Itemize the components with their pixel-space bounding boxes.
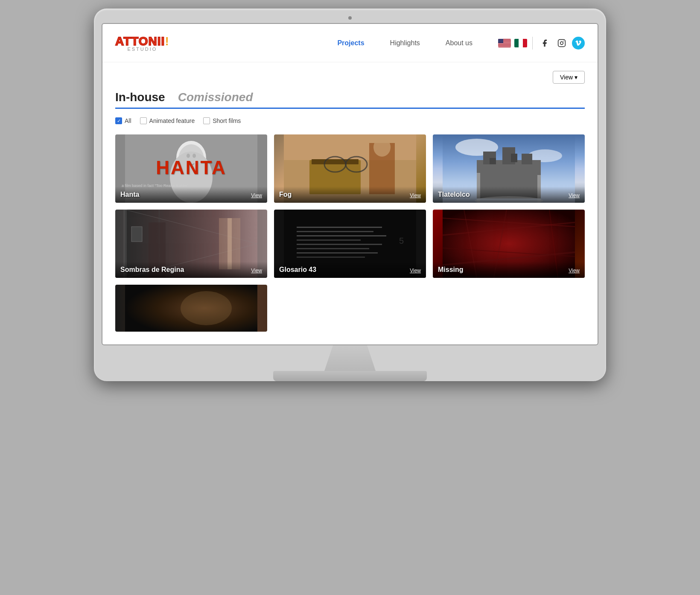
svg-rect-26	[511, 154, 517, 162]
svg-point-58	[181, 291, 232, 325]
svg-rect-43	[297, 239, 361, 241]
svg-rect-42	[297, 235, 386, 236]
card-tlatelolco[interactable]: Tlatelolco View	[433, 134, 585, 203]
filters: ✓ All Animated feature Short films	[115, 117, 585, 124]
flag-us[interactable]	[498, 39, 511, 47]
hanta-view-link[interactable]: View	[251, 192, 262, 198]
svg-rect-0	[558, 39, 566, 47]
missing-card-title: Missing	[438, 266, 464, 274]
svg-point-17	[373, 138, 391, 157]
filter-animated[interactable]: Animated feature	[140, 117, 195, 124]
tab-inhouse[interactable]: In-house	[115, 90, 165, 109]
sombras-overlay: Sombras de Regina View	[115, 262, 267, 278]
checkbox-short[interactable]	[203, 117, 210, 124]
svg-rect-24	[522, 154, 532, 164]
monitor-neck	[307, 345, 393, 371]
svg-rect-38	[131, 227, 142, 242]
glosario-view-link[interactable]: View	[410, 268, 421, 274]
view-button[interactable]: View ▾	[553, 71, 585, 84]
svg-rect-47	[297, 257, 365, 258]
fog-view-link[interactable]: View	[410, 192, 421, 198]
logo[interactable]: ATTONII! ESTUDIO	[115, 35, 169, 52]
unknown-illustration	[115, 285, 267, 332]
monitor-dot	[348, 16, 352, 20]
main-content: View ▾ In-house Comissioned ✓ All Animat…	[102, 62, 598, 344]
filter-animated-label: Animated feature	[149, 117, 195, 124]
card-unknown[interactable]	[115, 285, 267, 332]
card-fog[interactable]: Fog View	[274, 134, 426, 203]
nav-highlights[interactable]: Highlights	[390, 39, 420, 47]
svg-rect-45	[297, 248, 369, 249]
missing-view-link[interactable]: View	[569, 268, 580, 274]
svg-rect-41	[297, 231, 373, 232]
glosario-card-title: Glosario 43	[279, 266, 316, 274]
sombras-view-link[interactable]: View	[251, 268, 262, 274]
monitor-stand	[102, 345, 598, 381]
fog-overlay: Fog View	[274, 187, 426, 203]
tab-comissioned[interactable]: Comissioned	[178, 90, 253, 108]
svg-rect-40	[297, 227, 382, 228]
facebook-icon[interactable]	[538, 36, 551, 50]
hanta-card-title: Hanta	[120, 191, 139, 198]
tabs: In-house Comissioned	[115, 90, 585, 109]
monitor-screen: ATTONII! ESTUDIO Projects Highlights Abo…	[102, 23, 598, 345]
checkbox-all[interactable]: ✓	[115, 117, 122, 124]
svg-rect-12	[312, 159, 359, 164]
view-button-row: View ▾	[115, 71, 585, 84]
projects-grid: HANTA a film based in fact "Too Real a N…	[115, 134, 585, 332]
missing-overlay: Missing View	[433, 262, 585, 278]
divider	[532, 37, 533, 50]
sombras-card-title: Sombras de Regina	[120, 266, 184, 274]
checkbox-animated[interactable]	[140, 117, 147, 124]
vimeo-icon[interactable]	[572, 37, 585, 50]
filter-all-label: All	[125, 117, 131, 124]
glosario-overlay: Glosario 43 View	[274, 262, 426, 278]
filter-short-label: Short films	[213, 117, 241, 124]
navbar: ATTONII! ESTUDIO Projects Highlights Abo…	[102, 24, 598, 62]
card-missing[interactable]: Missing View	[433, 210, 585, 278]
hanta-overlay: Hanta View	[115, 187, 267, 203]
tlatelolco-view-link[interactable]: View	[569, 192, 580, 198]
nav-links: Projects Highlights About us	[337, 39, 472, 47]
nav-right	[498, 36, 585, 50]
nav-projects[interactable]: Projects	[337, 39, 364, 47]
instagram-icon[interactable]	[555, 36, 569, 50]
filter-short[interactable]: Short films	[203, 117, 241, 124]
filter-all[interactable]: ✓ All	[115, 117, 131, 124]
unknown-background	[115, 285, 267, 332]
svg-point-1	[560, 41, 563, 44]
svg-text:5: 5	[399, 236, 404, 245]
tlatelolco-card-title: Tlatelolco	[438, 191, 470, 198]
monitor: ATTONII! ESTUDIO Projects Highlights Abo…	[94, 9, 606, 381]
logo-text: ATTONII!	[115, 35, 169, 48]
nav-about[interactable]: About us	[446, 39, 472, 47]
flag-mx[interactable]	[514, 39, 527, 47]
monitor-base	[273, 371, 427, 381]
svg-rect-44	[297, 244, 382, 245]
hanta-title-overlay: HANTA	[156, 157, 227, 178]
fog-card-title: Fog	[279, 191, 292, 198]
card-sombras[interactable]: Sombras de Regina View	[115, 210, 267, 278]
card-hanta[interactable]: HANTA a film based in fact "Too Real a N…	[115, 134, 267, 203]
tlatelolco-overlay: Tlatelolco View	[433, 187, 585, 203]
svg-rect-46	[297, 252, 378, 254]
svg-point-2	[563, 41, 564, 41]
svg-rect-25	[490, 158, 496, 164]
card-glosario[interactable]: 5 Glosario 43 View	[274, 210, 426, 278]
